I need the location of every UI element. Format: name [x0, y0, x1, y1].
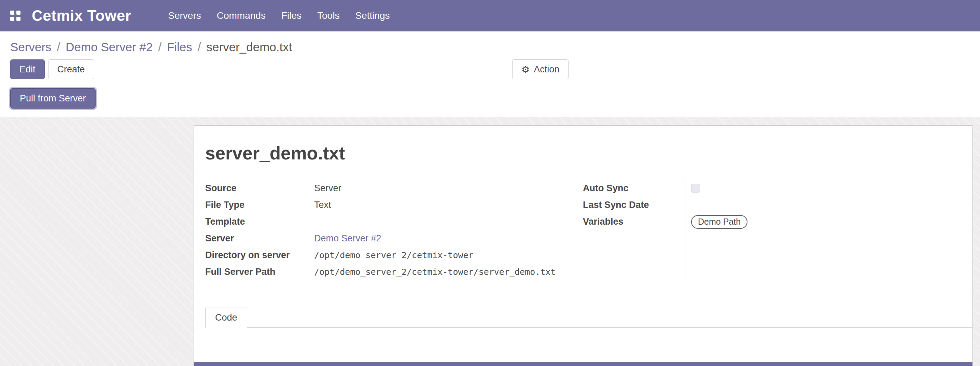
field-value-source: Server: [314, 180, 555, 197]
main-menu: Servers Commands Files Tools Settings: [168, 10, 390, 21]
nav-item-settings[interactable]: Settings: [355, 10, 390, 21]
breadcrumb-separator: /: [57, 40, 60, 54]
tab-code[interactable]: Code: [205, 308, 247, 328]
edit-button[interactable]: Edit: [10, 59, 45, 79]
nav-item-servers[interactable]: Servers: [168, 10, 201, 21]
field-label-template: Template: [205, 213, 314, 230]
field-label-source: Source: [205, 180, 314, 197]
right-label-column: Auto Sync Last Sync Date Variables: [583, 180, 685, 280]
field-label-directory: Directory on server: [205, 247, 314, 264]
variable-tag: Demo Path: [691, 215, 748, 229]
auto-sync-checkbox[interactable]: [691, 184, 700, 193]
field-label-full-path: Full Server Path: [205, 264, 314, 280]
breadcrumb-current: server_demo.txt: [207, 40, 292, 54]
form-sheet: server_demo.txt Source File Type Templat…: [194, 125, 972, 366]
apps-grid-icon[interactable]: [10, 11, 21, 21]
breadcrumb-files[interactable]: Files: [167, 40, 192, 54]
code-editor-strip: [194, 362, 972, 366]
breadcrumb-separator: /: [158, 40, 162, 54]
field-label-auto-sync: Auto Sync: [583, 180, 685, 197]
nav-item-tools[interactable]: Tools: [317, 10, 339, 21]
left-label-column: Source File Type Template Server Directo…: [205, 180, 314, 280]
apps-grid-square: [16, 11, 21, 15]
create-button[interactable]: Create: [48, 59, 94, 79]
field-value-auto-sync: [691, 180, 748, 197]
field-value-template: [314, 213, 555, 230]
gear-icon: ⚙: [522, 65, 530, 74]
left-value-column: Server Text Demo Server #2 /opt/demo_ser…: [314, 180, 555, 280]
field-value-file-type: Text: [314, 197, 555, 213]
form-view-background: server_demo.txt Source File Type Templat…: [0, 117, 980, 366]
record-title: server_demo.txt: [205, 143, 958, 164]
top-navbar: Cetmix Tower Servers Commands Files Tool…: [0, 0, 980, 32]
field-group-left: Source File Type Template Server Directo…: [205, 180, 583, 280]
right-value-column: Demo Path: [685, 180, 748, 280]
apps-grid-square: [10, 17, 14, 21]
field-group-right: Auto Sync Last Sync Date Variables Demo …: [583, 180, 748, 280]
pull-from-server-button[interactable]: Pull from Server: [10, 88, 95, 108]
app-brand[interactable]: Cetmix Tower: [32, 7, 131, 24]
action-button[interactable]: ⚙ Action: [512, 59, 568, 79]
object-button-row: Pull from Server: [0, 79, 980, 117]
field-label-last-sync: Last Sync Date: [583, 197, 685, 213]
nav-item-files[interactable]: Files: [282, 10, 302, 21]
action-button-label: Action: [534, 64, 559, 75]
breadcrumb: Servers / Demo Server #2 / Files / serve…: [0, 32, 980, 57]
nav-item-commands[interactable]: Commands: [217, 10, 266, 21]
field-value-variables: Demo Path: [691, 213, 748, 230]
field-value-full-path: /opt/demo_server_2/cetmix-tower/server_d…: [314, 264, 555, 280]
breadcrumb-demo-server[interactable]: Demo Server #2: [65, 40, 153, 54]
field-label-variables: Variables: [583, 213, 685, 230]
control-button-row: Edit Create ⚙ Action: [0, 57, 980, 79]
field-value-server-link[interactable]: Demo Server #2: [314, 230, 555, 247]
notebook-tabbar: Code: [205, 308, 972, 328]
apps-grid-square: [10, 11, 14, 15]
field-value-last-sync: [691, 197, 748, 213]
field-label-server: Server: [205, 230, 314, 247]
field-label-file-type: File Type: [205, 197, 314, 213]
apps-grid-square: [16, 17, 21, 21]
form-field-grid: Source File Type Template Server Directo…: [205, 180, 958, 280]
breadcrumb-separator: /: [198, 40, 201, 54]
breadcrumb-servers[interactable]: Servers: [10, 40, 52, 54]
field-value-directory: /opt/demo_server_2/cetmix-tower: [314, 247, 555, 264]
